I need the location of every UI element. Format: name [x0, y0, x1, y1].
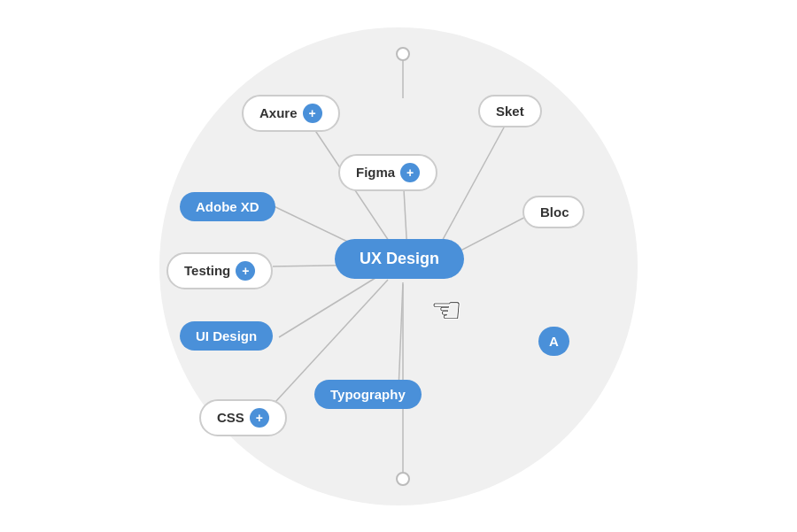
bloc-label: Bloc — [540, 204, 569, 220]
figma-label: Figma — [356, 165, 395, 180]
uidesign-node[interactable]: UI Design — [180, 321, 273, 351]
typography-pill[interactable]: Typography — [314, 380, 422, 409]
axure-node[interactable]: Axure + — [242, 95, 340, 132]
css-label: CSS — [217, 410, 244, 425]
figma-pill[interactable]: Figma + — [338, 154, 437, 191]
adobexd-node[interactable]: Adobe XD — [180, 192, 275, 221]
figma-node[interactable]: Figma + — [338, 154, 437, 191]
axure-plus[interactable]: + — [303, 104, 322, 123]
partial-right-node[interactable]: A — [538, 327, 569, 356]
axure-label: Axure — [259, 105, 298, 120]
testing-label: Testing — [184, 263, 230, 278]
figma-plus[interactable]: + — [400, 163, 420, 182]
center-node[interactable]: UX Design — [335, 239, 464, 279]
typography-label: Typography — [330, 387, 406, 402]
testing-plus[interactable]: + — [236, 261, 255, 281]
bloc-pill[interactable]: Bloc — [522, 196, 584, 228]
css-plus[interactable]: + — [250, 408, 269, 428]
uidesign-label: UI Design — [196, 328, 257, 343]
sketch-label: Sket — [496, 104, 524, 119]
testing-pill[interactable]: Testing + — [166, 252, 273, 289]
css-node[interactable]: CSS + — [199, 399, 287, 436]
adobexd-pill[interactable]: Adobe XD — [180, 192, 275, 221]
adobexd-label: Adobe XD — [196, 199, 259, 214]
center-label: UX Design — [360, 250, 439, 268]
uidesign-pill[interactable]: UI Design — [180, 321, 273, 351]
partial-right-pill[interactable]: A — [538, 327, 569, 356]
bloc-node[interactable]: Bloc — [522, 196, 584, 228]
sketch-pill[interactable]: Sket — [478, 95, 542, 127]
partial-right-label: A — [549, 334, 559, 349]
center-node-label[interactable]: UX Design — [335, 239, 464, 279]
typography-node[interactable]: Typography — [314, 380, 422, 409]
css-pill[interactable]: CSS + — [199, 399, 287, 436]
mind-map: UX Design Axure + Sket Figma + Adobe XD … — [142, 10, 655, 523]
axure-pill[interactable]: Axure + — [242, 95, 340, 132]
sketch-node[interactable]: Sket — [478, 95, 542, 127]
testing-node[interactable]: Testing + — [166, 252, 273, 289]
